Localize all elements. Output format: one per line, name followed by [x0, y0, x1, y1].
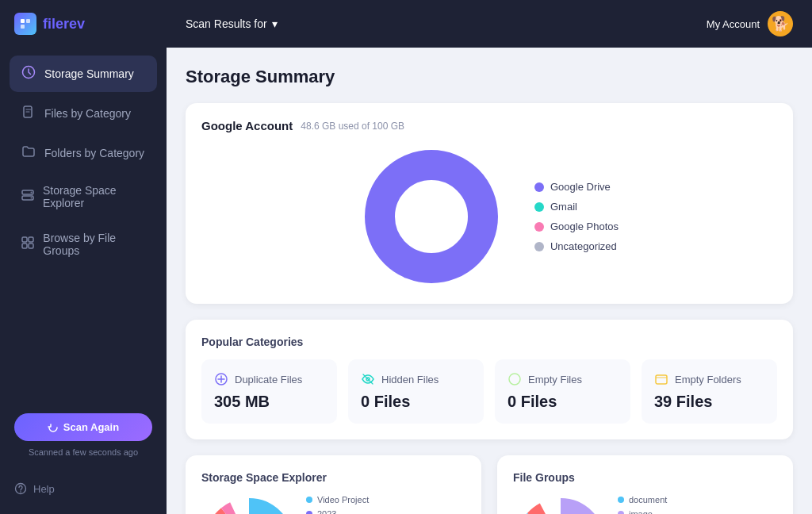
category-header: Empty Files: [508, 372, 618, 386]
empty-files-icon: [508, 372, 522, 386]
dropdown-icon: ▾: [272, 17, 278, 30]
legend-dot: [618, 497, 624, 503]
sidebar-item-folders-by-category[interactable]: Folders by Category: [10, 135, 157, 171]
avatar: 🐕: [768, 11, 793, 36]
sidebar-item-label: Browse by File Groups: [43, 232, 146, 257]
account-section: My Account 🐕: [707, 11, 793, 36]
svg-point-14: [20, 491, 21, 493]
file-groups-card: File Groups document: [497, 455, 793, 514]
main-content: Scan Results for ▾ My Account 🐕 Storage …: [167, 0, 812, 514]
sidebar-item-files-by-category[interactable]: Files by Category: [10, 95, 157, 132]
grid-icon: [21, 236, 35, 253]
empty-folders-icon: [654, 372, 668, 386]
hidden-files-icon: [361, 372, 375, 386]
sidebar-item-label: Storage Summary: [44, 67, 134, 80]
category-empty-files[interactable]: Empty Files 0 Files: [495, 359, 630, 424]
topbar: Scan Results for ▾ My Account 🐕: [167, 0, 812, 48]
category-hidden-files[interactable]: Hidden Files 0 Files: [348, 359, 484, 424]
logo: filerev: [0, 0, 167, 48]
scan-results-dropdown[interactable]: Scan Results for ▾: [186, 17, 278, 30]
help-icon: [14, 482, 27, 495]
sidebar-item-label: Storage Space Explorer: [43, 184, 146, 209]
file-groups-title: File Groups: [513, 471, 777, 484]
legend-item-uncategorized: Uncategorized: [534, 240, 619, 252]
storage-space-explorer-card: Storage Space Explorer Video Project: [186, 455, 481, 514]
category-header: Duplicate Files: [214, 372, 324, 386]
file-groups-legend: document image: [618, 495, 667, 514]
svg-rect-0: [21, 19, 25, 23]
legend-item: image: [618, 509, 667, 514]
storage-explorer-content: Video Project 2023 VFX Water and Brid...: [201, 495, 465, 514]
nav-menu: Storage Summary Files by Category Folder…: [0, 48, 167, 401]
donut-section: Google Drive Gmail Google Photos Uncateg…: [201, 145, 777, 288]
legend-item: document: [618, 495, 667, 504]
legend-dot: [534, 182, 544, 192]
sidebar-item-storage-summary[interactable]: Storage Summary: [10, 56, 157, 92]
sidebar-item-label: Folders by Category: [44, 147, 144, 159]
sidebar-item-label: Files by Category: [44, 107, 131, 120]
scan-section: Scan Again Scanned a few seconds ago: [0, 401, 167, 470]
legend-dot: [306, 511, 312, 514]
google-account-header: Google Account 48.6 GB used of 100 GB: [201, 119, 777, 132]
svg-rect-10: [29, 237, 33, 242]
help-item[interactable]: Help: [0, 470, 167, 514]
folder-icon: [21, 144, 36, 162]
logo-icon: [14, 13, 36, 35]
google-account-title: Google Account: [201, 119, 293, 132]
storage-explorer-title: Storage Space Explorer: [201, 471, 465, 484]
svg-rect-11: [22, 244, 27, 248]
bottom-row: Storage Space Explorer Video Project: [186, 455, 793, 514]
svg-rect-12: [29, 244, 33, 248]
sidebar-item-browse-by-file-groups[interactable]: Browse by File Groups: [10, 222, 157, 267]
account-label: My Account: [707, 18, 760, 30]
legend-dot: [306, 497, 312, 503]
clock-icon: [21, 65, 36, 82]
legend-item-gmail: Gmail: [534, 201, 619, 213]
page-title: Storage Summary: [186, 67, 793, 87]
legend-item: Video Project: [306, 495, 402, 504]
legend-dot: [534, 242, 544, 251]
category-header: Hidden Files: [361, 372, 471, 386]
content-area: Storage Summary Google Account 48.6 GB u…: [167, 48, 812, 514]
refresh-icon: [48, 422, 59, 433]
legend-item-google-drive: Google Drive: [534, 181, 619, 193]
category-header: Empty Folders: [654, 372, 764, 386]
legend-item: 2023: [306, 509, 402, 514]
scan-status: Scanned a few seconds ago: [29, 447, 138, 457]
donut-chart: [360, 145, 503, 288]
category-duplicate-files[interactable]: Duplicate Files 305 MB: [201, 359, 337, 424]
popular-categories-title: Popular Categories: [201, 336, 777, 348]
svg-rect-2: [21, 25, 25, 29]
sidebar: filerev Storage Summary Files by Categor…: [0, 0, 167, 514]
svg-rect-9: [22, 237, 27, 242]
svg-point-7: [31, 192, 33, 194]
scan-again-button[interactable]: Scan Again: [14, 413, 152, 441]
svg-rect-22: [656, 375, 667, 384]
category-empty-folders[interactable]: Empty Folders 39 Files: [642, 359, 777, 424]
storage-explorer-legend: Video Project 2023 VFX Water and Brid...: [306, 495, 402, 514]
legend-item-google-photos: Google Photos: [534, 221, 619, 232]
legend-dot: [534, 202, 544, 212]
sidebar-item-storage-space-explorer[interactable]: Storage Space Explorer: [10, 175, 157, 219]
svg-point-21: [509, 374, 520, 385]
donut-hole: [400, 185, 463, 248]
categories-grid: Duplicate Files 305 MB Hidden Files 0 Fi…: [201, 359, 777, 424]
chart-legend: Google Drive Gmail Google Photos Uncateg…: [534, 181, 619, 252]
file-icon: [21, 105, 36, 122]
storage-card: Google Account 48.6 GB used of 100 GB: [186, 103, 793, 304]
file-groups-content: document image: [513, 495, 777, 514]
storage-usage: 48.6 GB used of 100 GB: [301, 121, 404, 132]
svg-point-8: [31, 198, 33, 199]
legend-dot: [618, 511, 624, 514]
legend-dot: [534, 222, 544, 232]
logo-text: filerev: [43, 16, 85, 33]
duplicate-files-icon: [214, 372, 228, 386]
popular-categories-card: Popular Categories Duplicate Files 305 M…: [186, 320, 793, 439]
server-icon: [21, 188, 35, 205]
help-label: Help: [33, 483, 55, 495]
svg-rect-1: [26, 19, 30, 23]
